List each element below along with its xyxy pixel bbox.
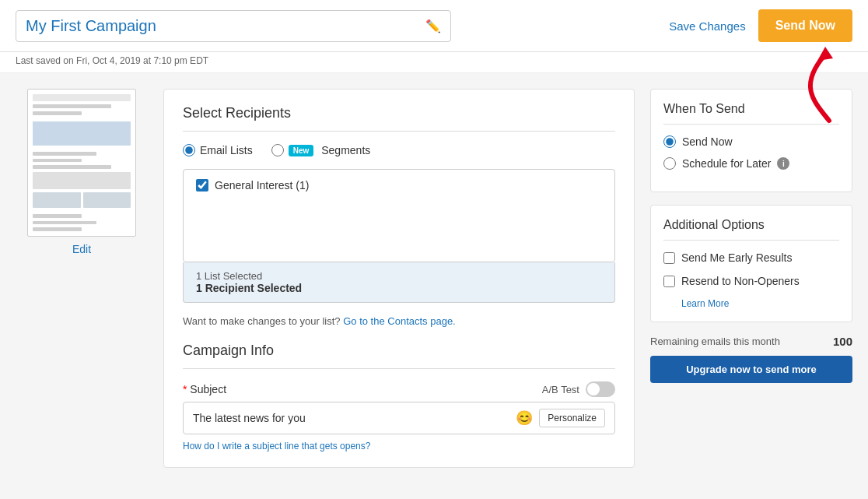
- contacts-link-text: Want to make changes to your list? Go to…: [183, 315, 615, 327]
- select-recipients-section: Select Recipients Email Lists New Segmen…: [183, 105, 615, 327]
- resend-label: Resend to Non-Openers: [681, 275, 800, 287]
- general-interest-checkbox[interactable]: [196, 179, 208, 192]
- edit-link[interactable]: Edit: [72, 243, 91, 255]
- right-panel: When To Send Send Now Schedule for Later…: [650, 89, 852, 468]
- last-saved-text: Last saved on Fri, Oct 4, 2019 at 7:10 p…: [0, 52, 868, 73]
- remaining-emails-count: 100: [833, 335, 852, 348]
- ab-test-switch[interactable]: [586, 381, 615, 397]
- preview-panel: Edit: [16, 89, 148, 468]
- segments-radio-input[interactable]: [271, 144, 284, 156]
- campaign-title-wrap[interactable]: My First Campaign ✏️: [16, 10, 451, 42]
- email-lists-label: Email Lists: [200, 144, 253, 156]
- segments-radio[interactable]: New Segments: [271, 144, 371, 156]
- subject-field-row: * Subject A/B Test: [183, 381, 615, 397]
- schedule-later-info-icon[interactable]: i: [777, 157, 789, 170]
- selection-summary: 1 List Selected 1 Recipient Selected: [183, 262, 615, 303]
- learn-more-link[interactable]: Learn More: [681, 298, 839, 309]
- early-results-option: Send Me Early Results: [663, 251, 839, 264]
- main-content: Edit Select Recipients Email Lists New S…: [0, 73, 868, 483]
- subject-help-link[interactable]: How do I write a subject line that gets …: [183, 441, 370, 452]
- list-item-row: General Interest (1): [196, 179, 602, 192]
- subject-input[interactable]: [193, 412, 509, 424]
- campaign-title: My First Campaign: [26, 17, 425, 35]
- send-now-radio[interactable]: [663, 135, 676, 148]
- send-now-radio-label: Send Now: [682, 135, 733, 148]
- personalize-button[interactable]: Personalize: [539, 409, 605, 427]
- edit-pencil-icon[interactable]: ✏️: [425, 19, 441, 33]
- schedule-later-radio-option[interactable]: Schedule for Later i: [663, 157, 839, 170]
- early-results-label: Send Me Early Results: [681, 251, 792, 264]
- additional-options-box: Additional Options Send Me Early Results…: [650, 205, 852, 322]
- email-lists-radio[interactable]: Email Lists: [183, 144, 253, 156]
- contacts-page-link[interactable]: Go to the Contacts page.: [343, 315, 456, 327]
- send-now-button[interactable]: Send Now: [758, 9, 852, 42]
- when-to-send-box: When To Send Send Now Schedule for Later…: [650, 89, 852, 192]
- campaign-info-title: Campaign Info: [183, 343, 615, 359]
- campaign-info-section: Campaign Info * Subject A/B Test 😊 Perso…: [183, 343, 615, 452]
- ab-test-label: A/B Test: [542, 384, 579, 395]
- schedule-later-radio[interactable]: [663, 157, 676, 170]
- top-bar: My First Campaign ✏️ Save Changes Send N…: [0, 0, 868, 52]
- list-item-label: General Interest (1): [215, 179, 309, 192]
- subject-input-wrap: 😊 Personalize: [183, 402, 615, 434]
- resend-checkbox[interactable]: [663, 276, 675, 287]
- top-bar-actions: Save Changes Send Now: [669, 9, 852, 42]
- ab-test-toggle: A/B Test: [542, 381, 615, 397]
- remaining-emails-label: Remaining emails this month: [650, 336, 780, 347]
- toggle-knob: [587, 383, 600, 395]
- required-star: *: [183, 383, 187, 395]
- resend-option: Resend to Non-Openers: [663, 275, 839, 287]
- send-now-radio-option[interactable]: Send Now: [663, 135, 839, 148]
- remaining-emails-row: Remaining emails this month 100: [650, 335, 852, 348]
- email-preview-thumbnail: [27, 89, 136, 237]
- additional-options-divider: [663, 240, 839, 241]
- new-badge: New: [289, 145, 314, 156]
- select-recipients-title: Select Recipients: [183, 105, 615, 121]
- resend-option-wrap: Resend to Non-Openers Learn More: [663, 275, 839, 309]
- upgrade-button[interactable]: Upgrade now to send more: [650, 356, 852, 383]
- emoji-icon[interactable]: 😊: [516, 409, 533, 427]
- recipients-options: Email Lists New Segments: [183, 144, 615, 156]
- campaign-info-divider: [183, 368, 615, 369]
- recipients-divider: [183, 131, 615, 132]
- selection-count: 1 List Selected: [196, 270, 602, 282]
- center-panel: Select Recipients Email Lists New Segmen…: [163, 89, 635, 468]
- save-changes-button[interactable]: Save Changes: [669, 19, 745, 33]
- subject-label: * Subject: [183, 383, 226, 395]
- email-list-box: General Interest (1): [183, 169, 615, 262]
- segments-label: Segments: [321, 144, 370, 156]
- selection-recipient: 1 Recipient Selected: [196, 282, 602, 294]
- when-to-send-title: When To Send: [663, 102, 839, 116]
- early-results-checkbox[interactable]: [663, 252, 675, 264]
- when-to-send-divider: [663, 124, 839, 125]
- schedule-later-label: Schedule for Later: [682, 157, 771, 170]
- additional-options-title: Additional Options: [663, 218, 839, 232]
- email-lists-radio-input[interactable]: [183, 144, 195, 156]
